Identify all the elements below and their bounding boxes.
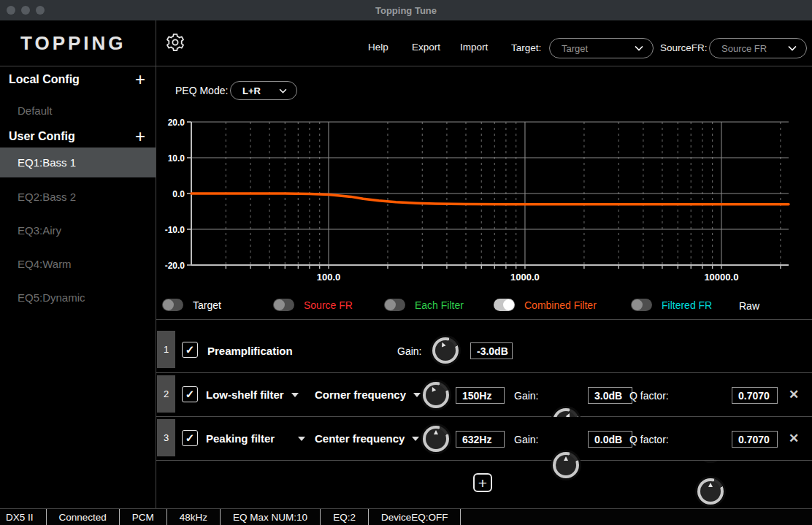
- user-config-header: User Config +: [0, 127, 156, 146]
- remove-filter-icon[interactable]: ✕: [789, 387, 799, 402]
- peaking-freq-knob[interactable]: [423, 426, 449, 452]
- svg-text:20.0: 20.0: [168, 118, 185, 128]
- preamp-name: Preamplification: [207, 345, 293, 357]
- svg-text:10.0: 10.0: [168, 153, 185, 164]
- sidebar-item-default[interactable]: Default: [0, 98, 156, 123]
- sidebar-item-eq3[interactable]: EQ3:Airy: [0, 218, 156, 242]
- freq-mode-value: Center frequency: [315, 432, 405, 445]
- help-button[interactable]: Help: [368, 42, 388, 53]
- add-filter-button[interactable]: +: [473, 473, 492, 492]
- settings-gear-icon[interactable]: [165, 32, 185, 53]
- svg-text:100.0: 100.0: [317, 272, 341, 283]
- lowshelf-q-label: Q factor:: [629, 390, 669, 402]
- freq-mode-value: Corner frequency: [315, 388, 406, 401]
- target-label: Target:: [511, 42, 541, 53]
- legend-bar: [156, 292, 812, 320]
- filtered-fr-toggle[interactable]: [631, 299, 652, 311]
- target-toggle[interactable]: [162, 299, 183, 311]
- knob-pointer: [418, 378, 453, 413]
- peaking-gain-value[interactable]: 0.0dB: [588, 431, 632, 448]
- filter-type-value: Low-shelf filter: [206, 388, 284, 401]
- lowshelf-type-dropdown[interactable]: Low-shelf filter: [206, 388, 299, 401]
- status-eq-count: EQ:2: [321, 509, 369, 525]
- knob-pointer: [429, 334, 463, 368]
- filtered-fr-toggle-label: Filtered FR: [662, 299, 712, 311]
- chevron-down-icon: [279, 88, 287, 93]
- svg-text:-10.0: -10.0: [165, 225, 185, 235]
- chevron-down-icon: [788, 45, 797, 51]
- sidebar-item-eq2[interactable]: EQ2:Bass 2: [0, 184, 156, 209]
- peaking-enable-checkbox[interactable]: ✓: [182, 430, 198, 446]
- filter-row-lowshelf: 2 ✓ Low-shelf filter Corner frequency 15…: [156, 373, 812, 417]
- knob-pointer: [697, 478, 724, 505]
- raw-button[interactable]: Raw: [739, 300, 759, 312]
- legend-filtered-fr: Filtered FR: [631, 299, 712, 311]
- each-filter-toggle-label: Each Filter: [415, 299, 464, 311]
- status-device-eq: DeviceEQ:OFF: [369, 509, 461, 525]
- filter-row-peaking: 3 ✓ Peaking filter Center frequency 632H…: [156, 417, 812, 461]
- user-config-title: User Config: [9, 130, 75, 143]
- target-dropdown[interactable]: Target: [549, 38, 654, 58]
- add-local-config-icon[interactable]: +: [135, 72, 145, 87]
- sidebar-item-eq4[interactable]: EQ4:Warm: [0, 251, 156, 276]
- status-eq-max: EQ Max NUM:10: [221, 509, 321, 525]
- each-filter-toggle[interactable]: [384, 299, 405, 311]
- peaking-gain-knob[interactable]: [553, 452, 579, 478]
- preamp-enable-checkbox[interactable]: ✓: [182, 342, 198, 358]
- window-title: Topping Tune: [0, 5, 812, 16]
- lowshelf-enable-checkbox[interactable]: ✓: [182, 386, 198, 402]
- local-config-header: Local Config +: [0, 70, 156, 89]
- source-fr-toggle[interactable]: [273, 299, 294, 311]
- peq-mode-label: PEQ Mode:: [175, 85, 228, 96]
- local-config-title: Local Config: [9, 73, 80, 86]
- add-user-config-icon[interactable]: +: [135, 129, 145, 144]
- knob-pointer: [553, 452, 579, 478]
- svg-text:1000.0: 1000.0: [510, 272, 540, 283]
- chevron-down-icon: [635, 45, 643, 51]
- app-window: Topping Tune TOPPING Help Export Import …: [0, 0, 812, 525]
- peaking-freq-value[interactable]: 632Hz: [456, 431, 505, 448]
- caret-down-icon: [413, 393, 421, 397]
- sourcefr-dropdown-value: Source FR: [721, 43, 767, 54]
- import-button[interactable]: Import: [460, 42, 488, 53]
- lowshelf-freq-dropdown[interactable]: Corner frequency: [315, 388, 421, 401]
- lowshelf-gain-value[interactable]: 3.0dB: [588, 387, 632, 404]
- filter-row-preamp: 1 ✓ Preamplification Gain: -3.0dB: [156, 329, 812, 373]
- export-button[interactable]: Export: [412, 42, 440, 53]
- status-samplerate: 48kHz: [167, 509, 221, 525]
- sidebar-item-eq5[interactable]: EQ5:Dynamic: [0, 285, 156, 310]
- svg-text:10000.0: 10000.0: [704, 272, 738, 283]
- lowshelf-q-value[interactable]: 0.7070: [732, 387, 778, 404]
- peaking-type-dropdown[interactable]: Peaking filter: [206, 432, 305, 445]
- sourcefr-dropdown[interactable]: Source FR: [709, 38, 807, 58]
- sourcefr-label: SourceFR:: [660, 42, 708, 53]
- frequency-response-chart: 20.010.00.0-10.0-20.0100.01000.010000.0: [157, 110, 812, 288]
- lowshelf-freq-value[interactable]: 150Hz: [456, 387, 505, 404]
- peaking-q-knob[interactable]: [697, 478, 724, 505]
- preamp-gain-value[interactable]: -3.0dB: [470, 342, 513, 359]
- statusbar: DX5 II Connected PCM 48kHz EQ Max NUM:10…: [0, 508, 812, 525]
- peaking-gain-label: Gain:: [514, 434, 538, 445]
- caret-down-icon: [412, 437, 419, 441]
- legend-target: Target: [162, 299, 221, 311]
- titlebar: Topping Tune: [0, 0, 812, 20]
- peaking-q-label: Q factor:: [629, 434, 669, 445]
- svg-text:-20.0: -20.0: [165, 261, 185, 271]
- filter-type-value: Peaking filter: [206, 432, 275, 445]
- knob-pointer: [423, 426, 449, 452]
- peq-mode-dropdown[interactable]: L+R: [230, 81, 297, 100]
- caret-down-icon: [291, 393, 299, 397]
- combined-filter-toggle-label: Combined Filter: [524, 299, 597, 311]
- preamp-gain-label: Gain:: [397, 345, 421, 357]
- combined-filter-toggle[interactable]: [494, 299, 515, 311]
- remove-filter-icon[interactable]: ✕: [789, 431, 799, 446]
- status-device: DX5 II: [0, 509, 47, 525]
- peaking-freq-dropdown[interactable]: Center frequency: [315, 432, 419, 445]
- preamp-gain-knob[interactable]: [432, 337, 459, 364]
- lowshelf-gain-label: Gain:: [514, 390, 538, 402]
- sidebar-item-eq1[interactable]: EQ1:Bass 1: [0, 147, 156, 177]
- legend-source-fr: Source FR: [273, 299, 353, 311]
- lowshelf-freq-knob[interactable]: [423, 382, 449, 408]
- logo-area: TOPPING: [0, 20, 156, 66]
- peaking-q-value[interactable]: 0.7070: [732, 431, 778, 448]
